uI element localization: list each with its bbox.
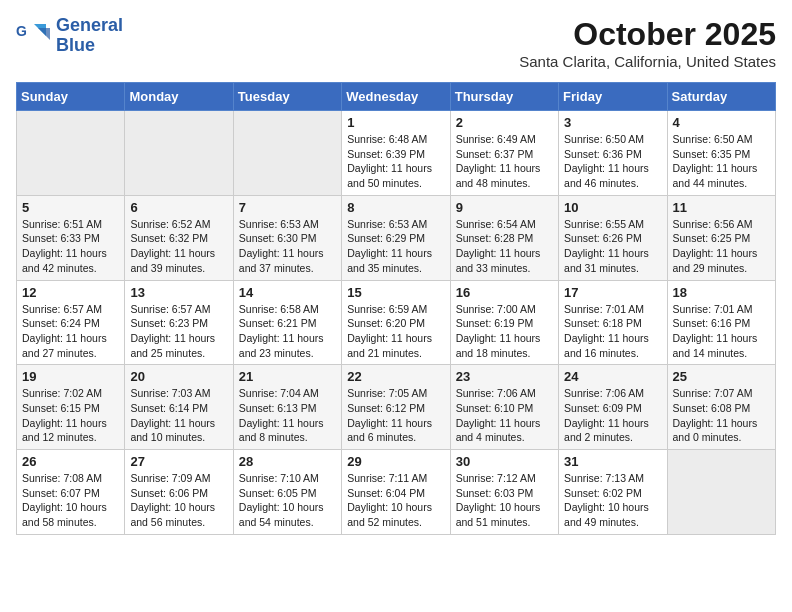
day-info: Sunrise: 7:05 AMSunset: 6:12 PMDaylight:… bbox=[347, 386, 444, 445]
day-info: Sunrise: 7:04 AMSunset: 6:13 PMDaylight:… bbox=[239, 386, 336, 445]
calendar-cell: 9Sunrise: 6:54 AMSunset: 6:28 PMDaylight… bbox=[450, 195, 558, 280]
day-number: 31 bbox=[564, 454, 661, 469]
calendar-cell: 10Sunrise: 6:55 AMSunset: 6:26 PMDayligh… bbox=[559, 195, 667, 280]
day-number: 25 bbox=[673, 369, 770, 384]
week-row-5: 26Sunrise: 7:08 AMSunset: 6:07 PMDayligh… bbox=[17, 450, 776, 535]
calendar-table: SundayMondayTuesdayWednesdayThursdayFrid… bbox=[16, 82, 776, 535]
weekday-header-monday: Monday bbox=[125, 83, 233, 111]
logo-line1: General bbox=[56, 16, 123, 36]
calendar-cell: 3Sunrise: 6:50 AMSunset: 6:36 PMDaylight… bbox=[559, 111, 667, 196]
day-number: 23 bbox=[456, 369, 553, 384]
calendar-cell: 16Sunrise: 7:00 AMSunset: 6:19 PMDayligh… bbox=[450, 280, 558, 365]
weekday-header-tuesday: Tuesday bbox=[233, 83, 341, 111]
day-number: 6 bbox=[130, 200, 227, 215]
calendar-cell bbox=[233, 111, 341, 196]
day-number: 5 bbox=[22, 200, 119, 215]
day-number: 8 bbox=[347, 200, 444, 215]
svg-marker-2 bbox=[38, 28, 50, 40]
calendar-cell: 13Sunrise: 6:57 AMSunset: 6:23 PMDayligh… bbox=[125, 280, 233, 365]
day-number: 4 bbox=[673, 115, 770, 130]
day-number: 24 bbox=[564, 369, 661, 384]
day-info: Sunrise: 6:54 AMSunset: 6:28 PMDaylight:… bbox=[456, 217, 553, 276]
day-info: Sunrise: 7:11 AMSunset: 6:04 PMDaylight:… bbox=[347, 471, 444, 530]
day-info: Sunrise: 6:48 AMSunset: 6:39 PMDaylight:… bbox=[347, 132, 444, 191]
calendar-cell: 14Sunrise: 6:58 AMSunset: 6:21 PMDayligh… bbox=[233, 280, 341, 365]
calendar-cell: 30Sunrise: 7:12 AMSunset: 6:03 PMDayligh… bbox=[450, 450, 558, 535]
weekday-header-sunday: Sunday bbox=[17, 83, 125, 111]
day-info: Sunrise: 6:52 AMSunset: 6:32 PMDaylight:… bbox=[130, 217, 227, 276]
day-number: 29 bbox=[347, 454, 444, 469]
day-number: 18 bbox=[673, 285, 770, 300]
calendar-cell: 4Sunrise: 6:50 AMSunset: 6:35 PMDaylight… bbox=[667, 111, 775, 196]
day-number: 20 bbox=[130, 369, 227, 384]
calendar-cell: 26Sunrise: 7:08 AMSunset: 6:07 PMDayligh… bbox=[17, 450, 125, 535]
calendar-cell: 6Sunrise: 6:52 AMSunset: 6:32 PMDaylight… bbox=[125, 195, 233, 280]
calendar-cell bbox=[17, 111, 125, 196]
calendar-cell: 19Sunrise: 7:02 AMSunset: 6:15 PMDayligh… bbox=[17, 365, 125, 450]
day-info: Sunrise: 6:53 AMSunset: 6:29 PMDaylight:… bbox=[347, 217, 444, 276]
day-number: 19 bbox=[22, 369, 119, 384]
day-number: 10 bbox=[564, 200, 661, 215]
day-number: 13 bbox=[130, 285, 227, 300]
week-row-1: 1Sunrise: 6:48 AMSunset: 6:39 PMDaylight… bbox=[17, 111, 776, 196]
calendar-cell: 12Sunrise: 6:57 AMSunset: 6:24 PMDayligh… bbox=[17, 280, 125, 365]
day-number: 27 bbox=[130, 454, 227, 469]
day-info: Sunrise: 7:09 AMSunset: 6:06 PMDaylight:… bbox=[130, 471, 227, 530]
weekday-header-row: SundayMondayTuesdayWednesdayThursdayFrid… bbox=[17, 83, 776, 111]
day-info: Sunrise: 7:01 AMSunset: 6:18 PMDaylight:… bbox=[564, 302, 661, 361]
logo-line2: Blue bbox=[56, 36, 123, 56]
svg-text:G: G bbox=[16, 23, 27, 39]
weekday-header-saturday: Saturday bbox=[667, 83, 775, 111]
day-info: Sunrise: 6:57 AMSunset: 6:24 PMDaylight:… bbox=[22, 302, 119, 361]
day-info: Sunrise: 6:49 AMSunset: 6:37 PMDaylight:… bbox=[456, 132, 553, 191]
day-info: Sunrise: 6:57 AMSunset: 6:23 PMDaylight:… bbox=[130, 302, 227, 361]
day-info: Sunrise: 6:58 AMSunset: 6:21 PMDaylight:… bbox=[239, 302, 336, 361]
day-info: Sunrise: 7:13 AMSunset: 6:02 PMDaylight:… bbox=[564, 471, 661, 530]
day-info: Sunrise: 7:02 AMSunset: 6:15 PMDaylight:… bbox=[22, 386, 119, 445]
calendar-cell: 7Sunrise: 6:53 AMSunset: 6:30 PMDaylight… bbox=[233, 195, 341, 280]
calendar-cell: 1Sunrise: 6:48 AMSunset: 6:39 PMDaylight… bbox=[342, 111, 450, 196]
calendar-cell: 2Sunrise: 6:49 AMSunset: 6:37 PMDaylight… bbox=[450, 111, 558, 196]
day-info: Sunrise: 6:55 AMSunset: 6:26 PMDaylight:… bbox=[564, 217, 661, 276]
calendar-cell: 31Sunrise: 7:13 AMSunset: 6:02 PMDayligh… bbox=[559, 450, 667, 535]
calendar-cell: 8Sunrise: 6:53 AMSunset: 6:29 PMDaylight… bbox=[342, 195, 450, 280]
day-info: Sunrise: 7:10 AMSunset: 6:05 PMDaylight:… bbox=[239, 471, 336, 530]
day-info: Sunrise: 7:06 AMSunset: 6:10 PMDaylight:… bbox=[456, 386, 553, 445]
calendar-cell: 28Sunrise: 7:10 AMSunset: 6:05 PMDayligh… bbox=[233, 450, 341, 535]
day-info: Sunrise: 7:12 AMSunset: 6:03 PMDaylight:… bbox=[456, 471, 553, 530]
day-number: 7 bbox=[239, 200, 336, 215]
day-info: Sunrise: 6:51 AMSunset: 6:33 PMDaylight:… bbox=[22, 217, 119, 276]
day-info: Sunrise: 6:56 AMSunset: 6:25 PMDaylight:… bbox=[673, 217, 770, 276]
calendar-cell: 15Sunrise: 6:59 AMSunset: 6:20 PMDayligh… bbox=[342, 280, 450, 365]
day-info: Sunrise: 6:50 AMSunset: 6:36 PMDaylight:… bbox=[564, 132, 661, 191]
day-info: Sunrise: 6:50 AMSunset: 6:35 PMDaylight:… bbox=[673, 132, 770, 191]
week-row-2: 5Sunrise: 6:51 AMSunset: 6:33 PMDaylight… bbox=[17, 195, 776, 280]
weekday-header-wednesday: Wednesday bbox=[342, 83, 450, 111]
subtitle: Santa Clarita, California, United States bbox=[519, 53, 776, 70]
day-number: 26 bbox=[22, 454, 119, 469]
week-row-4: 19Sunrise: 7:02 AMSunset: 6:15 PMDayligh… bbox=[17, 365, 776, 450]
day-number: 11 bbox=[673, 200, 770, 215]
day-number: 21 bbox=[239, 369, 336, 384]
title-block: October 2025 Santa Clarita, California, … bbox=[519, 16, 776, 70]
calendar-cell: 17Sunrise: 7:01 AMSunset: 6:18 PMDayligh… bbox=[559, 280, 667, 365]
calendar-cell: 27Sunrise: 7:09 AMSunset: 6:06 PMDayligh… bbox=[125, 450, 233, 535]
logo: G General Blue bbox=[16, 16, 123, 56]
main-title: October 2025 bbox=[519, 16, 776, 53]
calendar-cell: 5Sunrise: 6:51 AMSunset: 6:33 PMDaylight… bbox=[17, 195, 125, 280]
day-number: 17 bbox=[564, 285, 661, 300]
day-info: Sunrise: 7:07 AMSunset: 6:08 PMDaylight:… bbox=[673, 386, 770, 445]
calendar-cell bbox=[125, 111, 233, 196]
day-number: 22 bbox=[347, 369, 444, 384]
day-number: 2 bbox=[456, 115, 553, 130]
day-number: 14 bbox=[239, 285, 336, 300]
weekday-header-friday: Friday bbox=[559, 83, 667, 111]
day-info: Sunrise: 6:59 AMSunset: 6:20 PMDaylight:… bbox=[347, 302, 444, 361]
week-row-3: 12Sunrise: 6:57 AMSunset: 6:24 PMDayligh… bbox=[17, 280, 776, 365]
day-info: Sunrise: 7:01 AMSunset: 6:16 PMDaylight:… bbox=[673, 302, 770, 361]
day-info: Sunrise: 7:08 AMSunset: 6:07 PMDaylight:… bbox=[22, 471, 119, 530]
page-header: G General Blue October 2025 Santa Clarit… bbox=[16, 16, 776, 70]
day-info: Sunrise: 7:06 AMSunset: 6:09 PMDaylight:… bbox=[564, 386, 661, 445]
day-number: 28 bbox=[239, 454, 336, 469]
calendar-cell: 25Sunrise: 7:07 AMSunset: 6:08 PMDayligh… bbox=[667, 365, 775, 450]
